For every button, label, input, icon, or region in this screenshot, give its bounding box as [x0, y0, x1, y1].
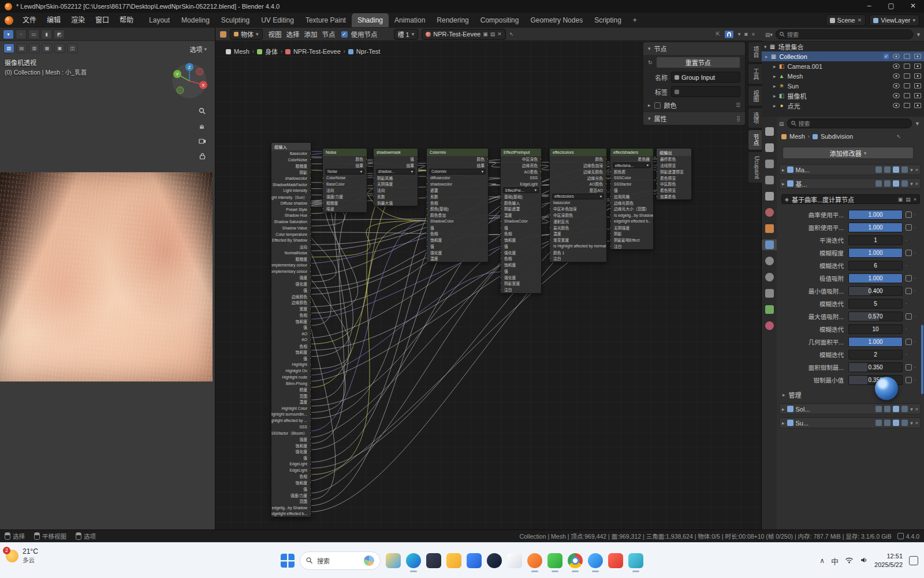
outliner-display-icon[interactable]: ▤▾: [765, 32, 773, 38]
socket-dot[interactable]: [310, 344, 311, 347]
menu-编辑[interactable]: 编辑: [42, 13, 66, 28]
expand-icon[interactable]: ▸: [773, 103, 776, 109]
breadcrumb-item-3[interactable]: Npr-Test: [356, 48, 381, 55]
node-menu-节点[interactable]: 节点: [320, 29, 338, 39]
edit-mode-toggle[interactable]: [875, 406, 882, 412]
animate-dot-icon[interactable]: ·: [914, 212, 916, 217]
socket-dot[interactable]: [310, 487, 311, 490]
disable-render-icon[interactable]: [914, 83, 921, 88]
properties-tab-object[interactable]: [762, 223, 777, 234]
socket-dot[interactable]: [610, 232, 612, 235]
socket-dot[interactable]: [366, 158, 367, 161]
outliner-search[interactable]: 搜索: [776, 29, 913, 39]
socket-dot[interactable]: [310, 432, 311, 435]
camera-render-view[interactable]: [0, 172, 213, 381]
param-slider[interactable]: 0.570: [848, 312, 903, 321]
unlink-material-icon[interactable]: ✕: [497, 31, 502, 37]
socket-dot[interactable]: [657, 158, 658, 161]
node-group-dropdown[interactable]: effectsha...▾: [613, 162, 651, 169]
animate-dot-icon[interactable]: ·: [906, 326, 907, 332]
node-menu-选择[interactable]: 选择: [284, 29, 302, 39]
node-effectshaders[interactable]: effectshaders着色器effectsha...▾颜色着SSSColor…: [610, 148, 654, 250]
socket-dot[interactable]: [550, 208, 551, 210]
animate-dot-icon[interactable]: ·: [914, 364, 916, 370]
taskbar-app-app-white[interactable]: [507, 553, 522, 568]
socket-dot[interactable]: [310, 202, 311, 205]
properties-search[interactable]: 搜索: [787, 118, 912, 128]
animate-dot-icon[interactable]: ·: [914, 275, 916, 281]
tool-icon-4[interactable]: ▣: [54, 43, 65, 53]
socket-dot[interactable]: [501, 269, 502, 272]
socket-dot[interactable]: [427, 183, 428, 186]
breadcrumb-item-1[interactable]: 身体: [265, 47, 278, 56]
hide-eye-icon[interactable]: [893, 54, 900, 59]
snap-arrow-icon[interactable]: ⇱: [716, 31, 720, 37]
animate-dot-icon[interactable]: ·: [914, 288, 916, 294]
editor-type-shader-icon[interactable]: [220, 31, 226, 38]
snap-magnet-icon[interactable]: [724, 30, 734, 39]
animate-dot-icon[interactable]: ·: [914, 250, 916, 255]
socket-dot[interactable]: [310, 332, 311, 335]
socket-dot[interactable]: [501, 257, 502, 260]
extras-dropdown-icon[interactable]: ▾: [910, 167, 913, 173]
animate-dot-icon[interactable]: ·: [906, 262, 907, 268]
socket-dot[interactable]: [501, 282, 502, 285]
node-shadowmask[interactable]: shadowmask值结果shadow...▾阴影风格无阴强度法向系数到最大值: [373, 148, 418, 206]
color-section-header[interactable]: ▸ 颜色 ☰: [643, 99, 745, 112]
workspace-tab-layout[interactable]: Layout: [143, 13, 176, 27]
workspace-tab-rendering[interactable]: Rendering: [431, 13, 474, 27]
blender-menu-icon[interactable]: [5, 16, 13, 25]
param-number-field[interactable]: 1: [848, 235, 903, 245]
workspace-tab-sculpting[interactable]: Sculpting: [215, 13, 255, 27]
socket-dot[interactable]: [310, 214, 311, 217]
socket-dot[interactable]: [310, 469, 311, 472]
render-toggle[interactable]: [893, 406, 899, 412]
socket-dot[interactable]: [427, 214, 428, 217]
socket-dot[interactable]: [310, 313, 311, 316]
taskbar-app-app-red[interactable]: [608, 553, 623, 568]
color-presets-icon[interactable]: ☰: [736, 102, 740, 108]
tray-chevron-icon[interactable]: ∧: [819, 557, 825, 565]
remove-modifier-icon[interactable]: ×: [915, 406, 918, 412]
animate-dot-icon[interactable]: ·: [914, 339, 916, 344]
socket-dot[interactable]: [310, 177, 311, 180]
breadcrumb-item-0[interactable]: Mesh: [234, 48, 249, 55]
extras-dropdown-icon[interactable]: ▾: [910, 406, 913, 412]
socket-dot[interactable]: [540, 164, 541, 167]
socket-dot[interactable]: [427, 226, 428, 229]
socket-dot[interactable]: [427, 201, 428, 204]
input-attribute-icon[interactable]: [906, 377, 912, 383]
breadcrumb-object[interactable]: Mesh: [789, 133, 805, 140]
socket-dot[interactable]: [310, 171, 311, 173]
node-EffectPreInput[interactable]: EffectPreInput中区深色边缘亮色AO着色SSSEdgeLightEf…: [500, 148, 542, 294]
socket-dot[interactable]: [501, 239, 502, 242]
expand-icon[interactable]: ▸: [782, 167, 785, 173]
properties-editor[interactable]: ▤ 搜索 ▼ Mesh › Subdivision ➴ 添加修改器▾ ▸Ma..…: [761, 117, 924, 529]
edit-mode-toggle[interactable]: [875, 180, 882, 187]
use-nodes-checkbox[interactable]: ✓: [341, 31, 348, 38]
filter-icon[interactable]: ▼: [916, 32, 921, 38]
outliner-row-Camera.001[interactable]: ▸◧Camera.001: [762, 61, 924, 71]
socket-dot[interactable]: [427, 244, 428, 247]
socket-dot[interactable]: [605, 183, 606, 186]
remove-modifier-icon[interactable]: ×: [915, 181, 918, 187]
socket-dot[interactable]: [657, 170, 658, 173]
socket-dot[interactable]: [416, 164, 418, 167]
socket-dot[interactable]: [550, 201, 551, 204]
taskbar-app-wechat[interactable]: [547, 553, 562, 568]
workspace-tab-animation[interactable]: Animation: [389, 13, 431, 27]
menu-文件[interactable]: 文件: [17, 13, 42, 28]
breadcrumb-pin-icon[interactable]: ➴: [896, 134, 901, 139]
weather-widget[interactable]: 2 21°C 多云: [6, 547, 38, 564]
properties-tab-object-data[interactable]: [762, 304, 777, 315]
input-attribute-icon[interactable]: [906, 339, 912, 345]
animate-dot-icon[interactable]: ·: [914, 313, 916, 319]
socket-dot[interactable]: [501, 244, 502, 247]
pan-hand-icon[interactable]: [196, 120, 208, 132]
tool-icon-3[interactable]: ▦: [42, 43, 53, 53]
breadcrumb-modifier[interactable]: Subdivision: [821, 133, 853, 140]
taskbar-app-qq[interactable]: [588, 553, 603, 568]
node-group-dropdown[interactable]: shadow...▾: [376, 169, 415, 175]
socket-dot[interactable]: [610, 244, 612, 247]
socket-dot[interactable]: [310, 425, 311, 428]
